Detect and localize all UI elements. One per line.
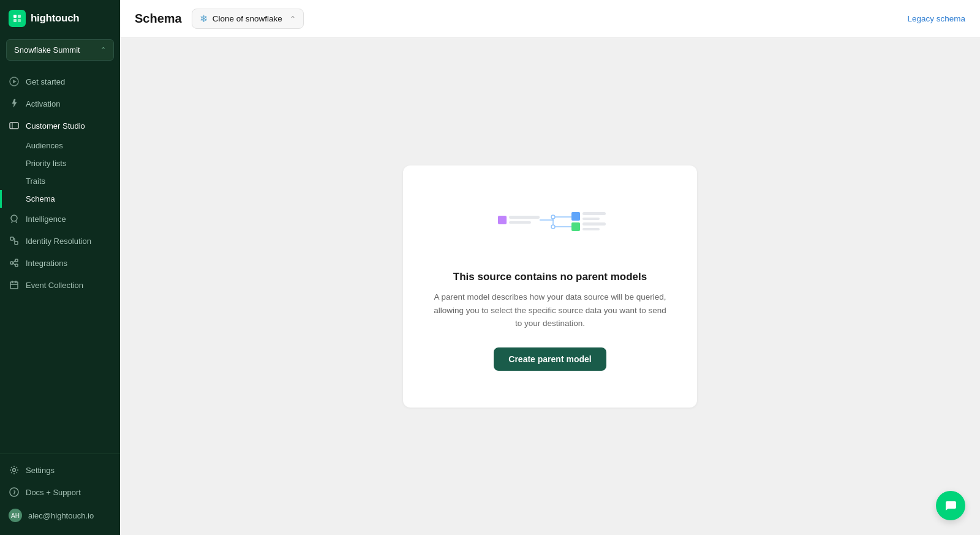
sidebar-bottom: Settings Docs + Support AH alec@hightouc…: [0, 453, 120, 535]
source-chevron-icon: ⌃: [290, 15, 296, 23]
svg-rect-13: [15, 264, 18, 267]
top-bar-left: Schema ❄ Clone of snowflake ⌃: [135, 9, 304, 29]
sidebar: hightouch Snowflake Summit ⌃ Get started…: [0, 0, 120, 535]
svg-rect-16: [10, 282, 18, 289]
schema-label: Schema: [26, 194, 55, 203]
workspace-chevron-icon: ⌃: [100, 46, 106, 54]
get-started-icon: [9, 76, 20, 87]
svg-rect-24: [509, 221, 531, 224]
integrations-label: Integrations: [26, 259, 67, 268]
svg-point-21: [10, 488, 18, 496]
settings-item[interactable]: Settings: [0, 459, 120, 481]
snowflake-icon: ❄: [200, 13, 208, 25]
app-name: hightouch: [31, 12, 79, 25]
sidebar-item-identity-resolution[interactable]: Identity Resolution: [0, 230, 120, 252]
svg-rect-30: [571, 222, 580, 231]
identity-resolution-label: Identity Resolution: [26, 237, 91, 246]
integrations-icon: [9, 257, 20, 268]
sidebar-item-priority-lists[interactable]: Priority lists: [0, 154, 120, 172]
workspace-name: Snowflake Summit: [14, 45, 80, 55]
sidebar-item-traits[interactable]: Traits: [0, 172, 120, 190]
user-email: alec@hightouch.io: [28, 511, 94, 520]
sidebar-item-audiences[interactable]: Audiences: [0, 137, 120, 154]
svg-point-26: [551, 225, 555, 229]
sidebar-nav: Get started Activation Customer Studio A…: [0, 68, 120, 453]
svg-point-8: [11, 215, 17, 221]
svg-rect-0: [13, 15, 17, 18]
page-title: Schema: [135, 12, 182, 26]
get-started-label: Get started: [26, 77, 65, 86]
svg-rect-9: [10, 237, 13, 240]
sidebar-item-get-started[interactable]: Get started: [0, 70, 120, 93]
svg-rect-10: [15, 241, 18, 245]
top-bar: Schema ❄ Clone of snowflake ⌃ Legacy sch…: [120, 0, 980, 38]
workspace-selector[interactable]: Snowflake Summit ⌃: [6, 39, 114, 61]
sidebar-item-event-collection[interactable]: Event Collection: [0, 274, 120, 296]
event-collection-icon: [9, 279, 20, 290]
svg-rect-29: [582, 218, 600, 220]
svg-rect-22: [498, 216, 507, 224]
intelligence-icon: [9, 213, 20, 224]
docs-support-icon: [9, 487, 20, 498]
svg-point-20: [13, 469, 16, 472]
sidebar-item-customer-studio[interactable]: Customer Studio: [0, 115, 120, 137]
svg-rect-32: [582, 228, 600, 230]
svg-marker-5: [13, 80, 17, 83]
chat-bubble[interactable]: [936, 491, 965, 520]
customer-studio-icon: [9, 120, 20, 131]
app-logo: hightouch: [0, 0, 120, 37]
user-initials: AH: [11, 512, 20, 519]
customer-studio-label: Customer Studio: [26, 121, 85, 131]
empty-state-illustration: [492, 202, 608, 254]
audiences-label: Audiences: [26, 141, 63, 150]
empty-state-description: A parent model describes how your data s…: [432, 290, 668, 330]
svg-line-14: [13, 260, 15, 263]
user-profile-item[interactable]: AH alec@hightouch.io: [0, 503, 120, 528]
svg-rect-12: [15, 259, 18, 262]
legacy-schema-link[interactable]: Legacy schema: [907, 14, 965, 23]
svg-rect-28: [582, 212, 606, 215]
activation-label: Activation: [26, 99, 60, 108]
svg-line-15: [13, 263, 15, 265]
identity-resolution-icon: [9, 235, 20, 246]
svg-rect-11: [10, 262, 13, 264]
svg-rect-1: [18, 15, 21, 18]
docs-support-item[interactable]: Docs + Support: [0, 481, 120, 503]
source-selector[interactable]: ❄ Clone of snowflake ⌃: [192, 9, 304, 29]
create-parent-model-button[interactable]: Create parent model: [494, 347, 606, 371]
main-content: Schema ❄ Clone of snowflake ⌃ Legacy sch…: [120, 0, 980, 535]
settings-icon: [9, 465, 20, 476]
empty-state-card: This source contains no parent models A …: [403, 165, 697, 408]
svg-rect-27: [571, 212, 580, 221]
docs-support-label: Docs + Support: [26, 488, 81, 497]
svg-rect-23: [509, 216, 540, 219]
svg-point-25: [551, 215, 555, 219]
empty-state-title: This source contains no parent models: [453, 271, 647, 283]
event-collection-label: Event Collection: [26, 281, 83, 290]
activation-icon: [9, 98, 20, 109]
svg-rect-31: [582, 222, 606, 226]
sidebar-item-integrations[interactable]: Integrations: [0, 252, 120, 274]
traits-label: Traits: [26, 176, 45, 186]
svg-rect-3: [18, 19, 21, 22]
priority-lists-label: Priority lists: [26, 159, 66, 168]
avatar: AH: [9, 509, 22, 522]
sidebar-item-activation[interactable]: Activation: [0, 93, 120, 115]
svg-rect-2: [13, 19, 17, 22]
source-name: Clone of snowflake: [213, 14, 282, 23]
settings-label: Settings: [26, 466, 55, 475]
sidebar-item-intelligence[interactable]: Intelligence: [0, 208, 120, 230]
intelligence-label: Intelligence: [26, 214, 66, 224]
svg-rect-6: [10, 123, 18, 129]
sidebar-item-schema[interactable]: Schema: [0, 190, 120, 208]
logo-icon: [9, 10, 26, 27]
content-area: This source contains no parent models A …: [120, 38, 980, 535]
